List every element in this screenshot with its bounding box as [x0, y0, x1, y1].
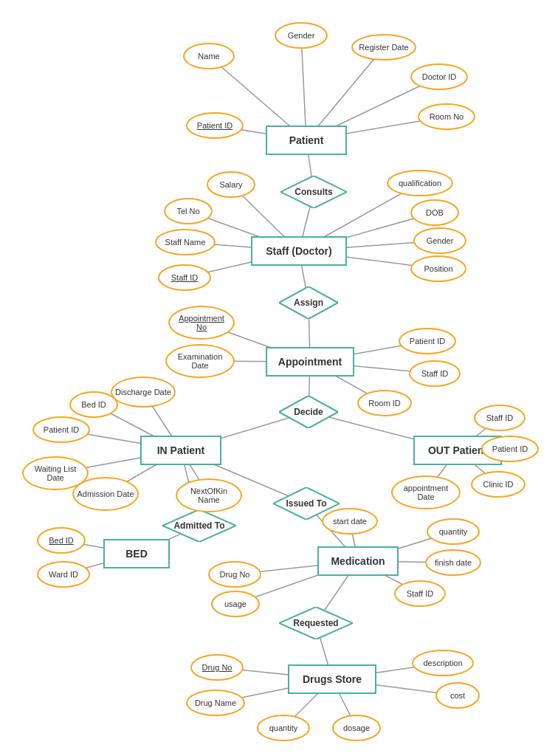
relation-requested: Requested: [279, 607, 353, 639]
attr-out-patid: Patient ID: [481, 436, 539, 462]
attr-staff-qual: qualification: [387, 170, 453, 196]
entity-staff: Staff (Doctor): [251, 236, 347, 266]
attr-out-clinicid: Clinic ID: [471, 471, 526, 498]
relation-decide: Decide: [279, 396, 338, 428]
attr-ds-drugno: Drug No: [190, 654, 244, 681]
svg-line-1: [301, 35, 306, 140]
entity-appointment: Appointment: [266, 347, 354, 377]
attr-out-staffid: Staff ID: [474, 405, 526, 431]
entity-medication: Medication: [317, 546, 399, 576]
attr-med-findate: finish date: [425, 549, 481, 576]
relation-consults: Consults: [280, 176, 347, 208]
attr-inp-admdate: Admission Date: [72, 477, 139, 511]
attr-ds-dosage: dosage: [332, 715, 381, 741]
attr-inp-disdate: Discharge Date: [111, 377, 176, 408]
attr-ds-quantity: quantity: [257, 715, 310, 741]
relation-admittedto: Admitted To: [162, 509, 236, 542]
entity-drugsstore: Drugs Store: [288, 664, 376, 694]
attr-med-usage: usage: [211, 591, 260, 617]
attr-pat-roomno: Room No: [418, 103, 475, 130]
relation-label-consults: Consults: [294, 187, 332, 197]
attr-med-quantity: quantity: [427, 518, 480, 545]
attr-pat-regdate: Register Date: [351, 34, 416, 61]
entity-bed: BED: [103, 539, 170, 568]
attr-ds-description: description: [412, 650, 474, 676]
attr-inp-patid: Patient ID: [32, 416, 90, 443]
attr-pat-name: Name: [183, 43, 235, 69]
attr-med-startdate: start date: [322, 508, 378, 535]
attr-staff-position: Position: [410, 255, 466, 282]
attr-pat-doctorid: Doctor ID: [410, 63, 468, 90]
relation-label-assign: Assign: [294, 298, 323, 308]
relation-label-admittedto: Admitted To: [173, 520, 224, 531]
entity-patient: Patient: [266, 126, 347, 155]
attr-appt-staffid: Staff ID: [409, 360, 461, 387]
attr-ds-cost: cost: [435, 682, 480, 709]
attr-staff-telno: Tel No: [164, 198, 213, 224]
entity-inpatient: IN Patient: [140, 436, 221, 465]
attr-staff-name: Staff Name: [155, 229, 216, 255]
attr-bed-wardid: Ward ID: [37, 561, 90, 588]
attr-med-drugno: Drug No: [208, 561, 261, 588]
attr-ds-drugname: Drug Name: [186, 690, 245, 716]
relation-label-requested: Requested: [293, 618, 338, 628]
attr-pat-patientid: Patient ID: [186, 112, 244, 139]
relation-label-decide: Decide: [294, 407, 323, 417]
erd-diagram: PatientStaff (Doctor)AppointmentIN Patie…: [0, 0, 558, 756]
attr-pat-gender: Gender: [275, 22, 328, 49]
attr-staff-salary: Salary: [207, 171, 255, 198]
attr-appt-examdate: Examination Date: [165, 344, 235, 378]
attr-appt-patid: Patient ID: [399, 328, 456, 354]
attr-bed-bedid: Bed ID: [37, 527, 86, 554]
attr-staff-dob: DOB: [410, 199, 459, 226]
relation-assign: Assign: [279, 286, 338, 319]
attr-staff-id: Staff ID: [158, 264, 211, 291]
attr-out-apptdate: appointment Date: [391, 475, 461, 509]
relation-label-issuedto: Issued To: [286, 498, 326, 509]
attr-staff-gender: Gender: [413, 227, 466, 254]
attr-appt-no: Appointment No: [168, 306, 235, 340]
attr-appt-roomid: Room ID: [357, 390, 412, 416]
attr-inp-nextofkin: NextOfKin Name: [176, 478, 242, 512]
attr-med-staffid: Staff ID: [394, 580, 446, 607]
